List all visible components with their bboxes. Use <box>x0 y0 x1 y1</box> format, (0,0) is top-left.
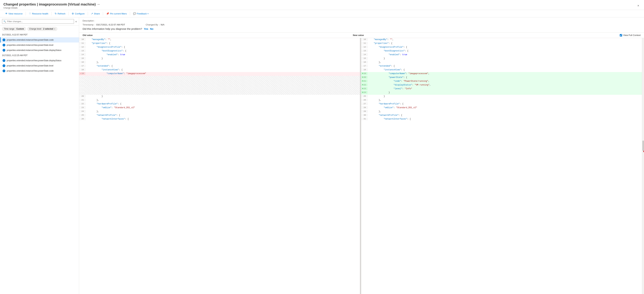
diff-line-row <box>79 87 360 91</box>
line-content: }, <box>85 98 360 102</box>
change-item[interactable]: i properties.extended.instanceView.power… <box>0 58 79 63</box>
diff-line-row: 12 "diagnosticsProfile": { <box>79 46 360 49</box>
yes-button[interactable]: Yes <box>144 27 148 30</box>
line-content: "bootDiagnostics": { <box>85 49 360 52</box>
line-content: "extended": { <box>85 64 360 68</box>
change-item[interactable]: i properties.extended.instanceView.power… <box>0 63 79 68</box>
diff-line-row: 14 "enabled": true <box>79 53 360 57</box>
view-full-context-checkbox[interactable] <box>620 34 622 36</box>
line-number: 16 <box>79 61 85 64</box>
diff-line-row <box>79 76 360 80</box>
diff-line-row: 21 }, <box>79 98 360 102</box>
line-content: "networkProfile": { <box>368 114 642 117</box>
diff-line-row: 22 "displayStatus": "VM running", <box>361 84 642 87</box>
share-button[interactable]: ↗ Share <box>89 11 102 16</box>
line-content: "vmSize": "Standard_DS1_v2" <box>85 106 360 109</box>
no-button[interactable]: No <box>150 27 154 30</box>
line-number: 17 <box>79 64 85 67</box>
line-content: "vmSize": "Standard_DS1_v2" <box>368 106 642 109</box>
changed-by-value: N/A <box>161 24 164 26</box>
diff-line-row: 27 "hardwareProfile": { <box>361 102 642 106</box>
gear-icon: ⚙ <box>72 12 74 15</box>
change-item-text: properties.extended.instanceView.powerSt… <box>7 64 53 67</box>
diff-area: 10 "managedBy": "",11 "properties": {12 … <box>79 38 644 294</box>
line-number: 24 <box>79 110 85 113</box>
diff-line-row: 25 } <box>361 95 642 98</box>
feedback-button[interactable]: 💬 Feedback ▾ <box>132 11 150 16</box>
diff-line-row: 28 "vmSize": "Standard_DS1_v2" <box>361 106 642 110</box>
timestamp-value: 03/17/2021, 6:22:57 AM PDT <box>96 24 125 26</box>
line-content: "managedBy": "", <box>85 38 360 41</box>
diff-line-row: 23 "vmSize": "Standard_DS1_v2" <box>79 106 360 110</box>
line-content: }, <box>85 61 360 64</box>
pin-filters-button[interactable]: 📌 Pin current filters <box>104 11 128 16</box>
line-number: 31 <box>361 118 368 120</box>
line-content: "computerName": "imageprocessvm" <box>85 72 360 75</box>
toolbar-sep-4 <box>88 12 88 15</box>
change-level-tag[interactable]: Change level : 2 selected ✕ <box>27 27 58 31</box>
line-number: 25 <box>79 114 85 116</box>
line-content: "networkInterfaces": [ <box>85 118 360 120</box>
line-content: "enabled": true <box>368 53 642 56</box>
toolbar-sep-5 <box>103 12 103 15</box>
diff-line-row: 16 }, <box>79 61 360 64</box>
time-range-tag[interactable]: Time range : Custom <box>2 27 26 31</box>
toolbar-sep-6 <box>130 12 130 15</box>
filter-input[interactable] <box>2 19 74 24</box>
line-number: 12 <box>79 46 85 48</box>
line-number: 12 <box>361 46 368 48</box>
feedback-icon: 💬 <box>133 12 136 15</box>
share-icon: ↗ <box>91 12 93 15</box>
line-number: 25 <box>361 95 368 98</box>
line-content: "enabled": true <box>85 53 360 56</box>
line-number: 23 <box>361 87 368 90</box>
diff-line-row <box>79 91 360 95</box>
change-level-close-icon[interactable]: ✕ <box>54 28 56 30</box>
line-content: "hardwareProfile": { <box>368 102 642 106</box>
collapse-panel-button[interactable]: « <box>75 20 77 23</box>
more-icon[interactable]: ··· <box>98 3 100 6</box>
change-item[interactable]: i properties.extended.instanceView.power… <box>0 37 79 42</box>
line-content: "networkInterfaces": [ <box>368 118 642 120</box>
diff-line-row: 20 } <box>79 95 360 98</box>
line-number: 20 <box>361 76 368 78</box>
change-item[interactable]: i properties.extended.instanceView.power… <box>0 68 79 74</box>
change-info-icon: i <box>2 59 5 62</box>
line-number: 11 <box>361 42 368 44</box>
right-panel: Description : Timestamp : 03/17/2021, 6:… <box>79 18 644 294</box>
detail-header: Description : Timestamp : 03/17/2021, 6:… <box>79 18 644 32</box>
line-content: } <box>368 91 642 94</box>
page-title: Changed properties | imageprocessvm (Vir… <box>4 2 96 6</box>
resource-health-button[interactable]: ♡ Resource health <box>27 11 50 16</box>
change-item[interactable]: i properties.extended.instanceView.power… <box>0 48 79 53</box>
line-number: 18 <box>361 68 368 71</box>
line-number: 14 <box>361 53 368 56</box>
close-button[interactable]: × <box>636 3 640 8</box>
change-item-text: properties.extended.instanceView.powerSt… <box>7 70 54 72</box>
diff-old-col: 10 "managedBy": "",11 "properties": {12 … <box>79 38 360 294</box>
configure-button[interactable]: ⚙ Configure <box>70 11 86 16</box>
view-resource-button[interactable]: 👁 View resource <box>4 11 24 16</box>
change-item[interactable]: i properties.extended.instanceView.power… <box>0 42 79 48</box>
line-number: 29 <box>361 110 368 113</box>
minimap-scrollbar[interactable] <box>642 38 644 294</box>
refresh-button[interactable]: ↻ Refresh <box>53 11 67 16</box>
change-level-value: 2 selected <box>43 28 53 30</box>
change-item-text: properties.extended.instanceView.powerSt… <box>7 39 54 41</box>
line-content: "level": "Info" <box>368 87 642 90</box>
line-content: "diagnosticsProfile": { <box>85 46 360 49</box>
diagnose-text: Did this information help you diagnose t… <box>82 27 142 30</box>
diff-new-col: 10 "managedBy": "",11 "properties": {12 … <box>361 38 642 294</box>
diff-line-row: 26 }, <box>361 98 642 102</box>
line-content: "displayStatus": "VM running", <box>368 84 642 86</box>
line-number: 13 <box>361 49 368 52</box>
diff-line-row: 17 "extended": { <box>79 64 360 68</box>
toolbar-sep-3 <box>68 12 69 15</box>
change-info-icon: i <box>2 64 5 67</box>
change-info-icon: i <box>2 44 5 46</box>
line-content: }, <box>85 110 360 113</box>
new-value-header: New value <box>353 34 620 36</box>
line-content: "bootDiagnostics": { <box>368 49 642 52</box>
line-content: "networkProfile": { <box>85 114 360 117</box>
line-number: 18 <box>79 68 85 71</box>
